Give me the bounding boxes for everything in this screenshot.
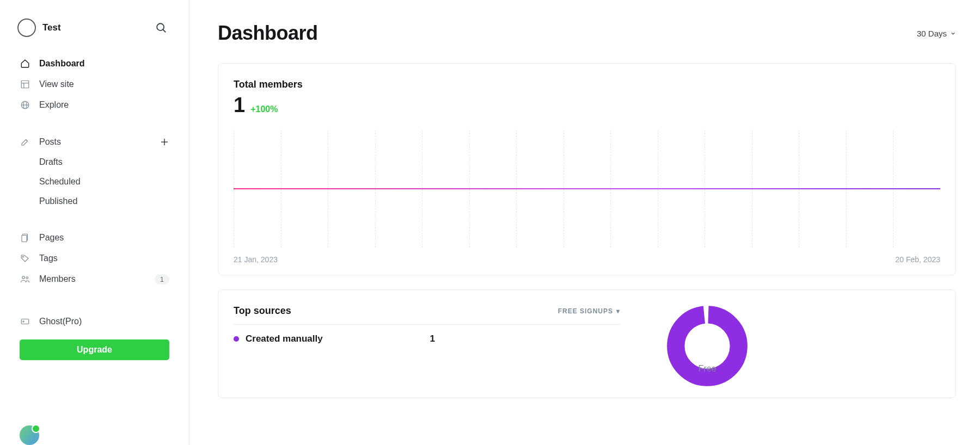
nav-label: Dashboard: [39, 59, 85, 69]
sources-title: Top sources: [234, 305, 291, 317]
nav-ghost-pro[interactable]: Ghost(Pro): [11, 311, 178, 332]
members-icon: [20, 274, 30, 285]
chart-start-date: 21 Jan, 2023: [234, 255, 278, 264]
members-count-badge: 1: [155, 274, 169, 285]
nav-dashboard[interactable]: Dashboard: [11, 53, 178, 74]
nav-main: Dashboard View site Explore: [0, 50, 189, 119]
metric-delta: +100%: [250, 104, 278, 114]
source-name: Created manually: [246, 333, 323, 344]
user-avatar[interactable]: [20, 425, 39, 445]
total-members-card: Total members 1 +100% 21 Jan, 2023 20 Fe…: [218, 63, 956, 275]
new-post-button[interactable]: [160, 137, 169, 147]
nav-label: Published: [39, 196, 77, 206]
range-label: 30 Days: [917, 29, 947, 38]
nav-drafts[interactable]: Drafts: [11, 152, 178, 172]
members-chart: [234, 130, 940, 248]
svg-point-12: [22, 256, 23, 257]
svg-point-16: [23, 321, 24, 322]
nav-label: Ghost(Pro): [39, 317, 82, 326]
upgrade-section: Upgrade: [0, 335, 189, 360]
upgrade-button[interactable]: Upgrade: [20, 339, 169, 360]
card-icon: [20, 316, 30, 327]
caret-down-icon: ▾: [616, 307, 620, 315]
sidebar-footer: [0, 425, 189, 445]
nav-site: Pages Tags Members 1: [0, 224, 189, 293]
globe-icon: [20, 100, 30, 110]
house-icon: [20, 58, 30, 69]
nav-published[interactable]: Published: [11, 191, 178, 211]
metric-label: Total members: [234, 79, 940, 90]
source-count: 1: [430, 333, 620, 344]
page-icon: [20, 232, 30, 243]
svg-rect-2: [21, 81, 29, 88]
svg-line-1: [163, 29, 166, 32]
nav-scheduled[interactable]: Scheduled: [11, 172, 178, 191]
sources-table: Top sources FREE SIGNUPS ▾ Created manua…: [234, 305, 620, 387]
nav-posts[interactable]: Posts: [11, 132, 178, 152]
sources-filter-dropdown[interactable]: FREE SIGNUPS ▾: [558, 307, 620, 315]
main-header: Dashboard 30 Days: [218, 22, 956, 45]
pencil-icon: [20, 137, 30, 147]
svg-rect-11: [22, 236, 27, 242]
layout-icon: [20, 79, 30, 90]
svg-point-0: [157, 23, 164, 30]
site-brand[interactable]: Test: [17, 18, 61, 37]
date-range-picker[interactable]: 30 Days: [917, 29, 956, 38]
tag-icon: [20, 253, 30, 264]
chart-date-axis: 21 Jan, 2023 20 Feb, 2023: [234, 255, 940, 264]
filter-label: FREE SIGNUPS: [558, 307, 613, 315]
sidebar: Test Dashboard View site Explore: [0, 0, 189, 445]
nav-view-site[interactable]: View site: [11, 74, 178, 95]
site-name: Test: [42, 22, 61, 33]
sidebar-header: Test: [0, 17, 189, 50]
nav-label: Explore: [39, 100, 69, 110]
nav-label: Tags: [39, 254, 58, 263]
series-dot-icon: [234, 336, 239, 342]
sources-header: Top sources FREE SIGNUPS ▾: [234, 305, 620, 317]
chart-line: [234, 188, 940, 189]
chart-end-date: 20 Feb, 2023: [895, 255, 940, 264]
source-row[interactable]: Created manually 1: [234, 324, 620, 353]
members-breakdown-donut: Free: [636, 305, 778, 387]
search-button[interactable]: [151, 17, 171, 38]
main-content: Dashboard 30 Days Total members 1 +100% …: [189, 0, 980, 445]
nav-label: Posts: [39, 137, 61, 147]
nav-explore[interactable]: Explore: [11, 95, 178, 115]
nav-label: Drafts: [39, 157, 63, 167]
svg-point-14: [26, 277, 28, 279]
nav-pages[interactable]: Pages: [11, 227, 178, 248]
metric-value: 1: [234, 94, 245, 117]
svg-point-13: [22, 276, 25, 279]
metric-row: 1 +100%: [234, 94, 940, 117]
site-logo-icon: [17, 18, 36, 37]
chevron-down-icon: [950, 30, 956, 36]
nav-label: Scheduled: [39, 177, 81, 187]
nav-label: Pages: [39, 233, 64, 243]
top-sources-card: Top sources FREE SIGNUPS ▾ Created manua…: [218, 289, 956, 398]
donut-center-label: Free: [636, 364, 778, 374]
nav-label: View site: [39, 79, 74, 89]
search-icon: [155, 22, 167, 34]
nav-content: Posts Drafts Scheduled Published: [0, 128, 189, 214]
nav-tags[interactable]: Tags: [11, 248, 178, 269]
nav-members[interactable]: Members 1: [11, 269, 178, 289]
plus-icon: [160, 137, 169, 147]
nav-billing: Ghost(Pro): [0, 308, 189, 335]
nav-label: Members: [39, 274, 76, 284]
page-title: Dashboard: [218, 22, 318, 45]
